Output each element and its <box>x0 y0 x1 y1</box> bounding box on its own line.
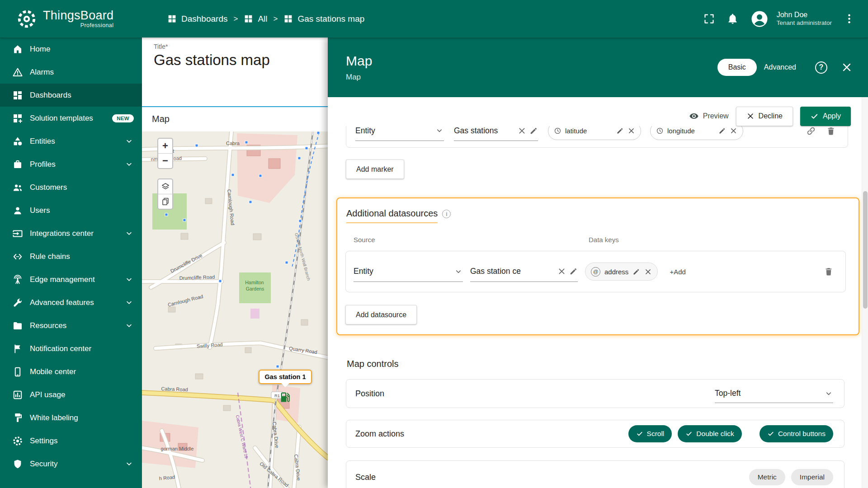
breadcrumb-all[interactable]: All <box>244 14 267 24</box>
basic-mode-button[interactable]: Basic <box>717 59 757 76</box>
help-button[interactable]: ? <box>815 61 827 74</box>
notifications-bell-icon[interactable] <box>726 13 739 25</box>
sidebar-item-edge-management[interactable]: Edge management <box>0 268 142 291</box>
position-label: Position <box>355 389 715 399</box>
datasource-link-button[interactable] <box>806 126 816 136</box>
scale-chips: MetricImperial <box>749 469 833 485</box>
sidebar-item-entities[interactable]: Entities <box>0 130 142 153</box>
sidebar-item-label: Home <box>30 45 50 54</box>
users-icon <box>12 205 23 216</box>
attribute-type-icon: @ <box>591 267 600 277</box>
user-avatar[interactable] <box>750 9 769 28</box>
scale-imperial[interactable]: Imperial <box>791 469 833 485</box>
chevron-down-icon <box>124 136 134 146</box>
sidebar-item-api-usage[interactable]: API usage <box>0 383 142 406</box>
breadcrumb-gas-stations-map[interactable]: Gas stations map <box>283 14 364 24</box>
zoom-action-scroll[interactable]: Scroll <box>628 425 672 442</box>
zoom-actions-chips: ScrollDouble clickControl buttons <box>628 425 833 442</box>
additional-datasource-row: Entity Gas station ce @ address +A <box>345 251 846 292</box>
eye-icon <box>689 111 699 121</box>
advanced-mode-button[interactable]: Advanced <box>759 59 802 76</box>
panel-header: Map Map Basic Advanced ? <box>328 38 868 97</box>
scale-metric[interactable]: Metric <box>749 469 785 485</box>
sidebar-item-notification-center[interactable]: Notification center <box>0 337 142 360</box>
preview-button[interactable]: Preview <box>689 111 729 121</box>
close-panel-button[interactable] <box>841 61 853 73</box>
sidebar-item-integrations-center[interactable]: Integrations center <box>0 222 142 245</box>
dashboard-title-input[interactable]: Gas stations map <box>154 52 328 69</box>
add-data-key-button[interactable]: +Add <box>670 268 685 276</box>
top-header-bar: ThingsBoard Professional Dashboards>All>… <box>0 0 868 38</box>
remove-additional-datasource-button[interactable] <box>824 267 834 277</box>
panel-scrollbar[interactable] <box>862 97 868 488</box>
map-pages-button[interactable] <box>158 194 172 209</box>
chevron-down-icon <box>124 321 134 330</box>
gas-station-marker[interactable] <box>279 391 292 404</box>
new-badge: NEW <box>112 114 134 122</box>
scale-row: Scale MetricImperial <box>346 460 844 488</box>
sidebar-item-settings[interactable]: Settings <box>0 429 142 452</box>
thingsboard-logo[interactable]: ThingsBoard Professional <box>16 9 144 29</box>
breadcrumb-separator: > <box>274 14 278 23</box>
add-datasource-button[interactable]: Add datasource <box>345 305 417 324</box>
sidebar-item-security[interactable]: Security <box>0 452 142 475</box>
user-info[interactable]: John Doe Tenant administrator <box>777 10 832 27</box>
dashboards-icon <box>12 90 23 101</box>
edit-icon[interactable] <box>569 267 578 276</box>
sidebar-item-label: Alarms <box>30 68 54 77</box>
data-keys-column-header: Data keys <box>589 236 619 244</box>
sidebar-item-customers[interactable]: Customers <box>0 176 142 199</box>
edit-icon <box>616 127 624 135</box>
sidebar-item-label: Edge management <box>30 275 95 284</box>
edit-icon[interactable] <box>632 268 640 276</box>
fullscreen-icon[interactable] <box>703 13 715 25</box>
data-key-chip-address[interactable]: @ address <box>585 263 658 281</box>
map-canvas[interactable]: R1 Cabraa Westnmanus RoadCarnlough RoadC… <box>142 131 328 488</box>
pages-icon <box>161 197 170 206</box>
sidebar-item-label: White labeling <box>30 413 78 422</box>
scrollbar-thumb[interactable] <box>863 191 868 309</box>
mobile-icon <box>12 366 23 377</box>
sidebar-item-profiles[interactable]: Profiles <box>0 153 142 176</box>
zoom-action-double-click[interactable]: Double click <box>678 425 742 442</box>
chevron-down-icon <box>124 459 134 469</box>
remove-icon[interactable] <box>644 268 652 276</box>
sidebar-item-label: Customers <box>30 183 67 192</box>
sidebar-item-white-labeling[interactable]: White labeling <box>0 406 142 429</box>
additional-entity-field[interactable]: Gas station ce <box>470 262 578 282</box>
sidebar-item-advanced-features[interactable]: Advanced features <box>0 291 142 314</box>
dashboards-icon <box>167 14 177 23</box>
app-edition: Professional <box>43 22 113 28</box>
sidebar-item-home[interactable]: Home <box>0 38 142 61</box>
more-menu-icon[interactable] <box>843 13 855 25</box>
zoom-out-button[interactable]: − <box>158 154 172 168</box>
chevron-down-icon <box>824 389 833 398</box>
map-widget-card[interactable]: Map <box>142 106 328 488</box>
sidebar-item-dashboards[interactable]: Dashboards <box>0 84 142 107</box>
resources-icon <box>12 320 23 331</box>
sidebar-item-alarms[interactable]: Alarms <box>0 61 142 84</box>
sidebar-item-resources[interactable]: Resources <box>0 314 142 337</box>
clear-icon[interactable] <box>518 127 526 135</box>
map-layers-button[interactable] <box>158 179 172 194</box>
additional-type-select[interactable]: Entity <box>354 262 463 282</box>
clear-icon[interactable] <box>557 267 566 276</box>
breadcrumb-dashboards[interactable]: Dashboards <box>167 14 227 24</box>
decline-button[interactable]: Decline <box>736 107 793 126</box>
chevron-down-icon <box>124 275 134 284</box>
edit-icon[interactable] <box>529 127 538 135</box>
zoom-action-control-buttons[interactable]: Control buttons <box>760 425 833 442</box>
sidebar-item-mobile-center[interactable]: Mobile center <box>0 360 142 383</box>
zoom-in-button[interactable]: + <box>158 139 172 153</box>
remove-datasource-button[interactable] <box>826 126 836 136</box>
add-marker-button[interactable]: Add marker <box>346 160 404 179</box>
sidebar-item-users[interactable]: Users <box>0 199 142 222</box>
dashboard-title-label: Title* <box>154 43 328 50</box>
position-select[interactable]: Top-left <box>715 384 833 403</box>
sidebar-item-label: Advanced features <box>30 298 94 307</box>
marker-tooltip[interactable]: Gas station 1 <box>259 370 312 384</box>
chevron-down-icon <box>124 229 134 238</box>
sidebar-item-solution-templates[interactable]: Solution templatesNEW <box>0 107 142 130</box>
sidebar-item-rule-chains[interactable]: Rule chains <box>0 245 142 268</box>
apply-button[interactable]: Apply <box>800 107 851 126</box>
